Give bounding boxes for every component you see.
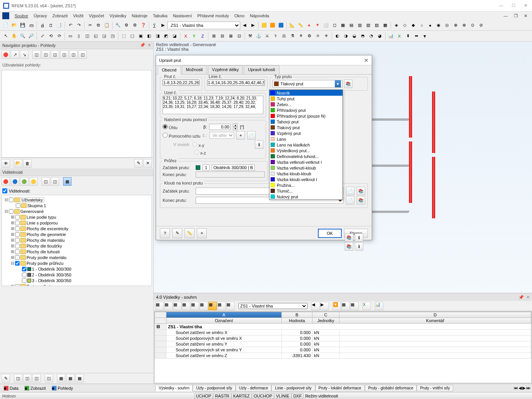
- results-loadcase-combo[interactable]: ZS1 - Vlastní tíha: [238, 303, 308, 309]
- tb-t[interactable]: ⊕: [452, 22, 459, 29]
- nv-btn3[interactable]: ↘: [20, 50, 28, 59]
- opt-pruzina[interactable]: Pružina...: [269, 182, 342, 188]
- info-icon[interactable]: ℹ: [255, 140, 263, 149]
- nvb2[interactable]: 📂: [14, 159, 22, 168]
- vt3-g[interactable]: ▦: [66, 374, 75, 382]
- t2-u[interactable]: ⊞: [210, 32, 218, 40]
- t2-chart-icon[interactable]: 📊: [387, 32, 395, 40]
- tb-i[interactable]: ▥: [356, 22, 364, 29]
- printpreview-icon[interactable]: 🗒: [47, 22, 55, 29]
- open-icon[interactable]: 📂: [10, 22, 18, 29]
- vt3-a[interactable]: ✎: [2, 374, 10, 382]
- saveall-icon[interactable]: 🗃: [27, 22, 35, 29]
- t2-ak[interactable]: ◒: [351, 32, 358, 40]
- t2-excel-icon[interactable]: X: [396, 32, 403, 40]
- mdi-restore[interactable]: ❐: [512, 13, 520, 19]
- hinge-start-new-icon[interactable]: 📄: [346, 187, 354, 195]
- tb-d[interactable]: 🔻: [314, 22, 321, 29]
- pomoc-radio[interactable]: [163, 133, 168, 138]
- run-icon[interactable]: ▶: [159, 22, 167, 29]
- opt-lano-kladky[interactable]: Lano na kladkách: [269, 142, 342, 148]
- dtab-vzperne[interactable]: Vzpěrné délky: [208, 65, 243, 74]
- results-grid[interactable]: A B C D Označení Hodnota Jednotky Koment…: [154, 311, 532, 383]
- menu-pridavne[interactable]: Přídavné moduly: [195, 13, 231, 19]
- t2-af[interactable]: ⚙: [306, 32, 313, 40]
- comment-button[interactable]: ✎: [172, 228, 182, 238]
- t2-t[interactable]: ◪: [171, 32, 178, 40]
- vt3-c[interactable]: ◫: [23, 374, 32, 382]
- prut-c-input[interactable]: [163, 80, 200, 86]
- vis-b3[interactable]: 🟢: [20, 177, 28, 186]
- tb-g[interactable]: ▦: [339, 22, 347, 29]
- rtab-1[interactable]: Uzly - podporové síly: [193, 385, 235, 391]
- rt-prev[interactable]: ◀: [311, 302, 320, 310]
- dialog-close-icon[interactable]: ✕: [364, 57, 369, 63]
- opt-vetknuti-vetknuti[interactable]: Vazba vetknutí-vetknut í: [269, 159, 342, 165]
- menu-napoveda[interactable]: Nápověda: [248, 13, 271, 19]
- rtab-2[interactable]: Uzly - deformace: [236, 385, 272, 391]
- t2-l[interactable]: ◲: [100, 32, 108, 40]
- menu-nastaveni[interactable]: Nastavení: [171, 13, 195, 19]
- rt-b[interactable]: ▦: [164, 302, 173, 310]
- uhlu-radio[interactable]: [163, 124, 168, 129]
- vt3-d[interactable]: ◫: [32, 374, 41, 382]
- opt-nulovy[interactable]: Nulový prut: [269, 194, 342, 200]
- rt-h[interactable]: ▦: [217, 302, 226, 310]
- opt-vetknuti-kloub[interactable]: Vazba vetknutí-kloub: [269, 165, 342, 171]
- t2-aa[interactable]: ⚔: [263, 32, 271, 40]
- t2-b[interactable]: ✋: [10, 32, 18, 40]
- rt-k[interactable]: ▦: [350, 302, 359, 310]
- opt-tlakovy[interactable]: Tlakový prut: [269, 125, 342, 130]
- rt-chart-icon[interactable]: 📊: [375, 302, 383, 310]
- vis-b1[interactable]: 🔴: [2, 177, 10, 186]
- tab-pohledy[interactable]: ■Pohledy: [50, 385, 75, 391]
- opt-deftuhost[interactable]: Definovatelná tuhost...: [269, 153, 342, 159]
- loadcase-combo[interactable]: ZS1 - Vlastní tíha: [167, 22, 240, 29]
- vt3-f[interactable]: ▦: [57, 374, 65, 382]
- section-info-icon[interactable]: ℹ: [355, 233, 363, 242]
- results-pin-icon[interactable]: 📌: [519, 295, 524, 300]
- vis-b6[interactable]: ◫: [51, 177, 59, 186]
- vt3-h[interactable]: ▦: [75, 374, 84, 382]
- nvb5[interactable]: ✕: [143, 159, 152, 168]
- section-name-input[interactable]: [212, 165, 255, 171]
- menu-vypocet[interactable]: Výpočet: [86, 13, 106, 19]
- rt-g-active[interactable]: ▦: [208, 302, 217, 310]
- redo-icon[interactable]: ↷: [75, 22, 83, 29]
- t2-ad[interactable]: ⚗: [289, 32, 296, 40]
- rt-f[interactable]: ▦: [200, 302, 208, 310]
- status-vlinie[interactable]: VLINIE: [274, 393, 291, 399]
- new-node-icon[interactable]: 📄: [247, 131, 256, 140]
- t2-n[interactable]: ⬚: [120, 32, 128, 40]
- rt-i[interactable]: ▦: [226, 302, 234, 310]
- vt3-e[interactable]: ◫: [45, 374, 53, 382]
- tab-zobrazit[interactable]: ■Zobrazit: [22, 385, 48, 391]
- t2-ab[interactable]: ⚕: [272, 32, 279, 40]
- tool-icon[interactable]: 🔧: [114, 22, 122, 29]
- pick-button[interactable]: ⌖: [197, 228, 207, 238]
- t2-ac[interactable]: ⚖: [280, 32, 288, 40]
- tb-h[interactable]: ▤: [347, 22, 355, 29]
- opt-tuhy[interactable]: Tuhý prut: [269, 96, 342, 101]
- beta-input[interactable]: [209, 124, 231, 130]
- menu-nastroje[interactable]: Nástroje: [130, 13, 150, 19]
- opt-vysledkovy[interactable]: Výsledkový prut...: [269, 148, 342, 153]
- cut-icon[interactable]: ✂: [86, 22, 94, 29]
- typ-prutu-combo[interactable]: Tlakový prut ▾: [273, 80, 342, 88]
- paste-icon[interactable]: 📋: [103, 22, 111, 29]
- rtab-6[interactable]: Pruty - vnitřní síly: [417, 385, 453, 391]
- status-ouchop[interactable]: OUCHOP: [252, 393, 274, 399]
- t2-g[interactable]: ⟳: [55, 32, 63, 40]
- t2-w[interactable]: ⊠: [227, 32, 234, 40]
- nv-btn9[interactable]: ◫: [78, 50, 87, 59]
- spin-up[interactable]: ▲: [233, 123, 238, 127]
- rtab-0[interactable]: Výsledky - souhrn: [155, 385, 193, 391]
- tb-r[interactable]: ◉: [435, 22, 442, 29]
- undo-icon[interactable]: ↶: [66, 22, 74, 29]
- visibilities-checkbox[interactable]: [2, 188, 7, 193]
- opt-tlumic[interactable]: Tlumič...: [269, 188, 342, 194]
- tb-f[interactable]: ◻: [331, 22, 338, 29]
- nv-btn2[interactable]: ↗: [11, 50, 19, 59]
- tb-k[interactable]: ▨: [373, 22, 381, 29]
- menu-vlozit[interactable]: Vložit: [71, 13, 86, 19]
